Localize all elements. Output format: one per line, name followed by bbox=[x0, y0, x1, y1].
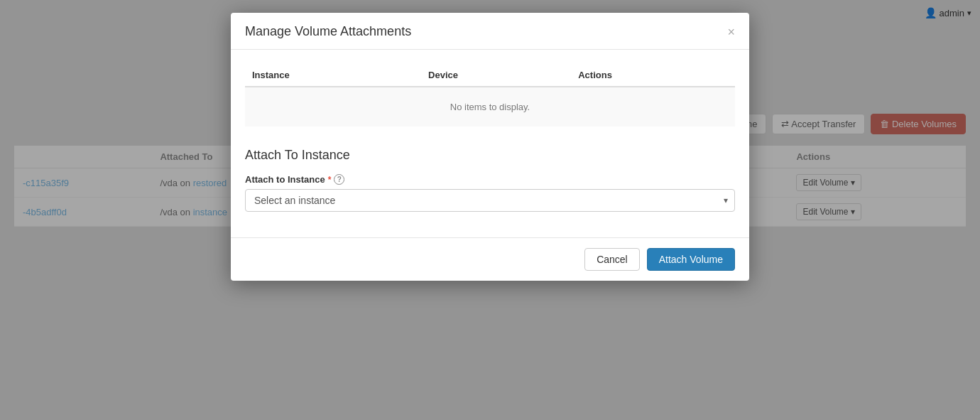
col-actions: Actions bbox=[571, 64, 735, 87]
col-instance: Instance bbox=[245, 64, 421, 87]
instance-select[interactable]: Select an instance bbox=[245, 189, 735, 212]
no-items-message: No items to display. bbox=[245, 87, 735, 126]
cancel-button[interactable]: Cancel bbox=[584, 248, 640, 271]
manage-volume-attachments-modal: Manage Volume Attachments × Instance Dev… bbox=[231, 13, 749, 281]
col-device: Device bbox=[421, 64, 571, 87]
attach-form-group: Attach to Instance * ? Select an instanc… bbox=[245, 174, 735, 212]
modal-header: Manage Volume Attachments × bbox=[231, 13, 749, 50]
attach-volume-button[interactable]: Attach Volume bbox=[647, 248, 735, 271]
attach-label: Attach to Instance * ? bbox=[245, 174, 735, 185]
attachments-table: Instance Device Actions No items to disp… bbox=[245, 64, 735, 126]
attach-section-title: Attach To Instance bbox=[245, 148, 735, 163]
no-items-row: No items to display. bbox=[245, 87, 735, 126]
modal-title: Manage Volume Attachments bbox=[245, 24, 411, 39]
modal-footer: Cancel Attach Volume bbox=[231, 237, 749, 281]
required-star: * bbox=[328, 175, 332, 185]
attach-label-text: Attach to Instance bbox=[245, 174, 325, 185]
attach-section: Attach To Instance Attach to Instance * … bbox=[245, 148, 735, 212]
instance-select-wrapper: Select an instance ▾ bbox=[245, 189, 735, 212]
help-icon: ? bbox=[334, 174, 344, 185]
modal-close-button[interactable]: × bbox=[727, 26, 735, 38]
modal-body: Instance Device Actions No items to disp… bbox=[231, 50, 749, 237]
